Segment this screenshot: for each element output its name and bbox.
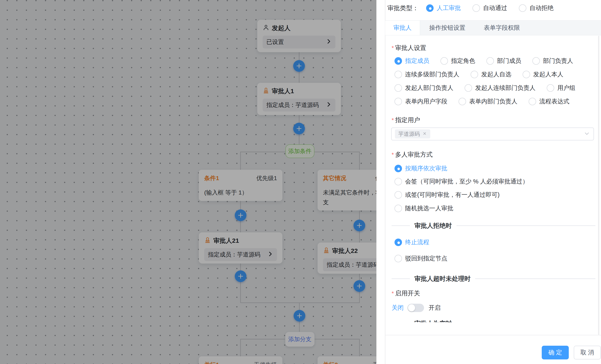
settings-tabs: 审批人 操作按钮设置 表单字段权限 xyxy=(385,20,601,35)
radio-icon xyxy=(532,57,540,65)
empty-section-title: 审批人为空时 xyxy=(414,319,452,322)
radio-form-user-field[interactable]: 表单内用户字段 xyxy=(394,97,447,106)
confirm-button[interactable]: 确 定 xyxy=(542,346,569,359)
radio-sequential-approve[interactable]: 按顺序依次审批 xyxy=(394,164,447,173)
assign-user-label: *指定用户 xyxy=(391,116,420,124)
radio-random-one[interactable]: 随机挑选一人审批 xyxy=(394,204,453,213)
approver-settings-drawer: 审批类型： 人工审批 自动通过 自动拒绝 审批人 操作按钮设置 表单字段权限 *… xyxy=(376,0,601,364)
radio-icon xyxy=(394,57,402,65)
radio-icon xyxy=(394,239,402,246)
user-tag-text: 芋道源码 xyxy=(398,131,420,138)
switch-off-label: 关闭 xyxy=(391,304,404,312)
tab-button-settings[interactable]: 操作按钮设置 xyxy=(420,20,475,35)
radio-icon xyxy=(426,4,434,12)
radio-icon xyxy=(394,205,402,212)
radio-icon xyxy=(394,71,402,78)
enable-switch-label: *启用开关 xyxy=(391,289,420,298)
approver-setting-row1: 指定成员 指定角色 部门成员 部门负责人 xyxy=(394,56,573,66)
radio-orsign[interactable]: 或签(可同时审批，有一人通过即可) xyxy=(394,190,500,200)
radio-icon xyxy=(547,84,554,92)
radio-terminate-flow[interactable]: 终止流程 xyxy=(394,238,429,247)
radio-assign-role[interactable]: 指定角色 xyxy=(441,57,475,65)
reject-section-title: 审批人拒绝时 xyxy=(414,222,452,230)
approver-setting-label: *审批人设置 xyxy=(391,44,426,52)
required-asterisk: * xyxy=(391,290,394,297)
radio-dept-member[interactable]: 部门成员 xyxy=(486,57,521,65)
radio-assign-member[interactable]: 指定成员 xyxy=(394,57,429,65)
radio-icon xyxy=(394,98,402,105)
radio-icon xyxy=(394,191,402,199)
user-tag: 芋道源码 xyxy=(395,129,430,139)
radio-starter-select[interactable]: 发起人自选 xyxy=(471,70,511,79)
assign-user-select[interactable]: 芋道源码 xyxy=(391,128,594,140)
empty-section-divider: 审批人为空时 xyxy=(391,319,595,322)
required-asterisk: * xyxy=(391,45,394,51)
radio-icon xyxy=(529,98,536,105)
chevron-down-icon xyxy=(583,130,590,138)
tab-approver[interactable]: 审批人 xyxy=(385,20,420,35)
radio-starter-dept-leader[interactable]: 发起人部门负责人 xyxy=(394,84,453,92)
radio-icon xyxy=(472,4,480,12)
radio-icon xyxy=(471,71,478,78)
radio-icon xyxy=(523,71,530,78)
switch-on-label: 开启 xyxy=(429,304,441,312)
radio-icon xyxy=(394,84,402,92)
radio-multi-level-dept-leader[interactable]: 连续多级部门负责人 xyxy=(394,70,459,79)
radio-starter-self[interactable]: 发起人本人 xyxy=(523,70,563,79)
approve-type-row: 审批类型： 人工审批 自动通过 自动拒绝 xyxy=(387,3,554,13)
canvas-dim-overlay xyxy=(0,0,376,364)
radio-icon xyxy=(441,57,448,65)
reject-section-divider: 审批人拒绝时 xyxy=(391,221,595,230)
tag-close-icon[interactable] xyxy=(422,131,427,137)
radio-icon xyxy=(394,178,402,185)
radio-icon xyxy=(486,57,494,65)
timeout-section-divider: 审批人超时未处理时 xyxy=(391,274,595,283)
cancel-button[interactable]: 取 消 xyxy=(574,346,601,359)
radio-icon xyxy=(459,98,466,105)
footer-divider xyxy=(385,335,601,335)
radio-icon xyxy=(394,165,402,172)
radio-manual-approve[interactable]: 人工审批 xyxy=(426,4,461,12)
radio-form-dept-leader[interactable]: 表单内部门负责人 xyxy=(459,97,517,106)
approver-setting-row2: 连续多级部门负责人 发起人自选 发起人本人 xyxy=(394,70,563,79)
approver-setting-row4: 表单内用户字段 表单内部门负责人 流程表达式 xyxy=(394,97,569,106)
radio-icon xyxy=(394,255,402,262)
radio-user-group[interactable]: 用户组 xyxy=(547,84,575,92)
radio-flow-expression[interactable]: 流程表达式 xyxy=(529,97,569,106)
workflow-designer-page: 发起人 已设置 审批人1 指定成员：芋道源码 xyxy=(0,0,601,364)
enable-switch-row: 关闭 开启 xyxy=(391,303,441,313)
approve-type-label: 审批类型： xyxy=(387,4,419,12)
radio-auto-pass[interactable]: 自动通过 xyxy=(472,4,507,12)
drawer-body: *审批人设置 指定成员 指定角色 部门成员 部门负责人 连续多级部门负责人 发起… xyxy=(376,35,601,322)
required-asterisk: * xyxy=(391,117,394,123)
tab-form-field-permission[interactable]: 表单字段权限 xyxy=(475,20,529,35)
radio-auto-reject[interactable]: 自动拒绝 xyxy=(519,4,554,12)
radio-return-to-node[interactable]: 驳回到指定节点 xyxy=(394,254,447,263)
radio-icon xyxy=(519,4,526,12)
toggle-knob xyxy=(408,304,415,311)
radio-icon xyxy=(465,84,472,92)
radio-countersign[interactable]: 会签（可同时审批，至少 % 人必须审批通过） xyxy=(394,177,528,186)
enable-toggle[interactable] xyxy=(407,304,424,312)
radio-dept-leader[interactable]: 部门负责人 xyxy=(532,57,573,65)
multi-approve-label: *多人审批方式 xyxy=(391,150,432,159)
timeout-section-title: 审批人超时未处理时 xyxy=(414,274,471,283)
radio-starter-multi-dept-leader[interactable]: 发起人连续部门负责人 xyxy=(465,84,535,92)
required-asterisk: * xyxy=(391,152,394,158)
approver-setting-row3: 发起人部门负责人 发起人连续部门负责人 用户组 xyxy=(394,83,575,92)
